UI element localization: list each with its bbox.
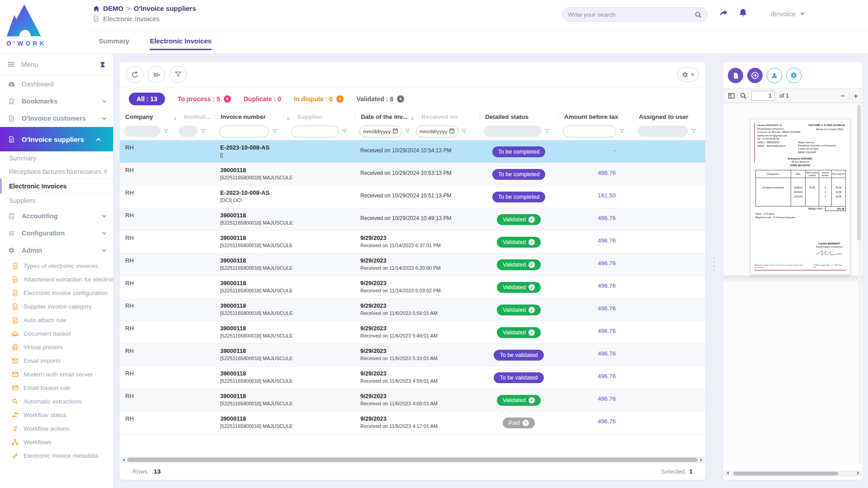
sidebar-subitem-summary[interactable]: Summary bbox=[0, 151, 113, 165]
zoom-out-icon[interactable]: − bbox=[840, 92, 845, 100]
scrollbar-thumb[interactable] bbox=[127, 458, 698, 462]
sidebar-subitem-modern-auth-email-server[interactable]: Modern auth email server bbox=[0, 367, 113, 381]
filter-date-input[interactable]: mm/dd/yyyy bbox=[359, 126, 402, 137]
sidebar-subitem-suppliers[interactable]: Suppliers bbox=[0, 194, 113, 207]
plus-circle-icon[interactable]: + bbox=[397, 95, 404, 103]
filter-chip-duplicate[interactable]: Duplicate : 0 bbox=[244, 95, 281, 103]
table-settings-button[interactable] bbox=[677, 67, 699, 82]
sidebar-item-o-invoice-customers[interactable]: O'Invoice customers bbox=[0, 110, 113, 127]
sidebar-subitem-electronic-invoice-metadata[interactable]: Electronic invoice metadata bbox=[0, 449, 113, 462]
column-header-7[interactable]: Amount before tax bbox=[558, 113, 633, 120]
filter-text-input[interactable] bbox=[219, 126, 269, 137]
table-row[interactable]: RH39000118[52251165800018] MAJUSCULERece… bbox=[120, 163, 705, 186]
sidebar-item-accounting[interactable]: Accounting bbox=[0, 207, 113, 225]
pdf-vertical-scrollbar[interactable] bbox=[858, 104, 862, 464]
scroll-right-icon[interactable] bbox=[700, 458, 703, 462]
cell-amount[interactable]: 496.76 bbox=[558, 253, 633, 276]
cell-amount[interactable]: 161.50 bbox=[558, 186, 633, 208]
search-icon[interactable] bbox=[694, 11, 702, 19]
column-header-3[interactable]: Supplier bbox=[287, 113, 355, 120]
sidebar-subitem-workflows[interactable]: Workflows bbox=[0, 435, 113, 449]
filter-chip-to[interactable]: To process : 5+ bbox=[178, 95, 231, 103]
sidebar-item-dashboard[interactable]: Dashboard bbox=[0, 75, 113, 93]
sidebar-subitem-document-basket[interactable]: Document basket bbox=[0, 327, 113, 340]
table-row[interactable]: RH39000118[52251165800018] MAJUSCULE9/29… bbox=[120, 366, 705, 389]
breadcrumb-home[interactable]: DEMO bbox=[103, 5, 123, 12]
cell-amount[interactable]: 496.76 bbox=[558, 163, 633, 185]
sidebar-subitem-workflow-actions[interactable]: Workflow actions bbox=[0, 422, 113, 435]
page-number-input[interactable] bbox=[751, 91, 775, 101]
table-row[interactable]: RHE-2023-10-008-AS[]Received on 10/29/20… bbox=[120, 141, 705, 163]
panel-resize-handle[interactable] bbox=[712, 258, 716, 280]
table-row[interactable]: RH39000118[52251165800018] MAJUSCULE9/29… bbox=[120, 299, 705, 321]
invoice-preview-page[interactable]: Laetitia WERNERT- EIPsychologue clinicie… bbox=[750, 119, 850, 275]
cell-amount[interactable]: 496.76 bbox=[558, 231, 633, 253]
refresh-button[interactable] bbox=[126, 66, 143, 83]
column-header-4[interactable]: Date of the inv... bbox=[355, 113, 411, 120]
sidebar-subitem-email-basket-rule[interactable]: Email basket rule bbox=[0, 381, 113, 394]
filter-button[interactable] bbox=[170, 66, 187, 83]
plus-circle-icon[interactable]: + bbox=[224, 95, 231, 103]
sidebar-subitem-email-imports[interactable]: Email imports bbox=[0, 354, 113, 367]
table-row[interactable]: RHE-2023-10-008-AS[OCI] OCIReceived on 1… bbox=[120, 186, 705, 208]
global-search[interactable] bbox=[562, 7, 708, 22]
plus-circle-icon[interactable]: + bbox=[336, 95, 344, 103]
table-row[interactable]: RH39000118[52251165800018] MAJUSCULE9/29… bbox=[120, 231, 705, 253]
assign-user-button[interactable] bbox=[767, 68, 782, 83]
cell-amount[interactable]: 496.76 bbox=[558, 389, 633, 411]
user-menu[interactable]: dinvoice bbox=[771, 10, 805, 18]
filter-chip-validated[interactable]: Validated : 8+ bbox=[356, 95, 404, 103]
filter-date-input[interactable]: mm/dd/yyyy bbox=[416, 126, 458, 137]
table-row[interactable]: RH39000118[52251165800018] MAJUSCULE9/29… bbox=[120, 253, 705, 276]
cell-amount[interactable]: 496.76 bbox=[558, 276, 633, 298]
cell-amount[interactable]: 496.76 bbox=[558, 208, 633, 230]
table-row[interactable]: RH39000118[52251165800018] MAJUSCULE9/29… bbox=[120, 276, 705, 299]
preview-settings-button[interactable] bbox=[786, 68, 802, 83]
table-row[interactable]: RH39000118[52251165800018] MAJUSCULE9/29… bbox=[120, 321, 705, 344]
sidebar-subitem-types-of-electronic-invoices[interactable]: Types of electronic invoices bbox=[0, 259, 113, 272]
scrollbar-thumb[interactable] bbox=[857, 105, 861, 240]
column-header-2[interactable]: Invoice number bbox=[215, 113, 287, 120]
cell-amount[interactable]: 496.76 bbox=[558, 412, 633, 434]
table-row[interactable]: RH39000118[52251165800018] MAJUSCULERece… bbox=[120, 208, 705, 231]
bell-icon[interactable] bbox=[738, 8, 748, 18]
breadcrumb-section[interactable]: O'Invoice suppliers bbox=[134, 5, 196, 12]
column-header-6[interactable]: Detailed status bbox=[479, 113, 558, 120]
scrollbar-thumb[interactable] bbox=[733, 472, 838, 475]
sidebar-subitem-virtual-printers[interactable]: Virtual printers bbox=[0, 340, 113, 354]
home-icon[interactable] bbox=[93, 5, 100, 12]
tab-summary[interactable]: Summary bbox=[99, 37, 129, 50]
share-icon[interactable] bbox=[719, 8, 728, 18]
column-header-8[interactable]: Assigned to user bbox=[633, 113, 705, 120]
sidebar-subitem-attachment-extraction-for-electron[interactable]: Attachment extraction for electron bbox=[0, 272, 113, 286]
sidebar-subitem-electronic-invoice-configuration[interactable]: Electronic invoice configuration bbox=[0, 286, 113, 300]
sidebar-subitem-r-ceptions-factures-fournisseurs[interactable]: Réceptions factures fournisseurs0 bbox=[0, 165, 113, 178]
sidebar-subitem-automatic-extractions[interactable]: Automatic extractions bbox=[0, 394, 113, 408]
table-row[interactable]: RH39000118[52251165800018] MAJUSCULE9/29… bbox=[120, 412, 705, 434]
cell-amount[interactable]: 496.76 bbox=[558, 344, 633, 366]
scroll-left-icon[interactable] bbox=[123, 458, 125, 462]
columns-button[interactable] bbox=[148, 66, 165, 83]
cell-amount[interactable]: 496.76 bbox=[558, 321, 633, 343]
open-invoice-button[interactable] bbox=[747, 68, 763, 83]
table-horizontal-scrollbar[interactable] bbox=[121, 457, 704, 463]
sidebar-subitem-supplier-invoice-category[interactable]: Supplier invoice category bbox=[0, 300, 113, 313]
hamburger-icon[interactable] bbox=[7, 61, 15, 68]
sidebar-subitem-auto-attach-rule[interactable]: Auto attach rule bbox=[0, 313, 113, 327]
scroll-right-icon[interactable] bbox=[857, 471, 859, 475]
table-row[interactable]: RH39000118[52251165800018] MAJUSCULE9/29… bbox=[120, 389, 705, 412]
filter-text-input[interactable] bbox=[292, 126, 339, 137]
toggle-sidebar-icon[interactable] bbox=[728, 92, 735, 99]
filter-chip-all[interactable]: All : 13 bbox=[129, 93, 165, 105]
sidebar-item-configuration[interactable]: Configuration bbox=[0, 225, 113, 242]
sidebar-item-admin[interactable]: Admin bbox=[0, 242, 113, 259]
sidebar-item-o-invoice-suppliers[interactable]: O'Invoice suppliers bbox=[0, 127, 113, 151]
column-header-1[interactable]: Instituti... bbox=[174, 113, 215, 120]
scroll-left-icon[interactable] bbox=[726, 471, 729, 475]
cell-amount[interactable]: 496.76 bbox=[558, 299, 633, 321]
pin-sidebar-icon[interactable] bbox=[99, 61, 106, 68]
sidebar-item-bookmarks[interactable]: Bookmarks bbox=[0, 93, 113, 110]
sidebar-subitem-workflow-status[interactable]: Workflow status bbox=[0, 408, 113, 422]
pdf-horizontal-scrollbar[interactable] bbox=[725, 471, 861, 476]
search-input[interactable] bbox=[568, 11, 694, 18]
